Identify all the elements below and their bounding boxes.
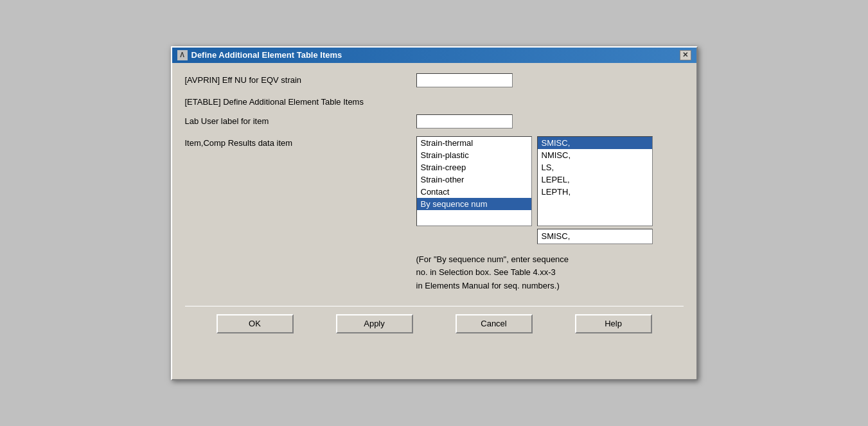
list-item[interactable]: Strain-plastic [417,149,531,161]
avprin-input-col [416,73,684,87]
dialog-title: Define Additional Element Table Items [191,50,342,60]
etable-row: [ETABLE] Define Additional Element Table… [185,95,684,107]
divider [185,306,684,306]
avprin-row: [AVPRIN] Eff NU for EQV strain [185,73,684,87]
info-line-2: no. in Selection box. See Table 4.xx-3 [416,266,684,280]
ok-button[interactable]: OK [217,314,294,333]
list-item[interactable]: LEPEL, [538,173,652,186]
list-item[interactable]: Strain-thermal [417,137,531,149]
help-button[interactable]: Help [575,314,652,333]
left-listbox-wrapper: Strain-thermal Strain-plastic Strain-cre… [416,136,532,226]
list-item[interactable]: Strain-other [417,173,531,186]
list-item[interactable]: LEPTH, [538,186,652,198]
itemcomp-label: Item,Comp Results data item [185,136,416,148]
itemcomp-row: Item,Comp Results data item Strain-therm… [185,136,684,244]
left-listbox[interactable]: Strain-thermal Strain-plastic Strain-cre… [416,136,532,226]
avprin-input[interactable] [416,73,513,87]
right-listbox[interactable]: SMISC, NMISC, LS, LEPEL, LEPTH, [537,136,653,226]
dialog-content: [AVPRIN] Eff NU for EQV strain [ETABLE] … [172,63,696,354]
etable-label: [ETABLE] Define Additional Element Table… [185,95,416,107]
dialog-window: Λ Define Additional Element Table Items … [171,46,698,380]
list-item[interactable]: Strain-creep [417,161,531,173]
lab-input[interactable] [416,114,513,129]
list-item-selected[interactable]: SMISC, [538,137,652,149]
listboxes-container: Strain-thermal Strain-plastic Strain-cre… [416,136,653,244]
info-line-3: in Elements Manual for seq. numbers.) [416,280,684,293]
list-item-selected[interactable]: By sequence num [417,198,531,210]
info-line-1: (For "By sequence num", enter sequence [416,253,684,267]
lab-input-col [416,114,684,129]
title-bar-left: Λ Define Additional Element Table Items [177,50,342,60]
title-bar: Λ Define Additional Element Table Items … [172,48,696,63]
info-text: (For "By sequence num", enter sequence n… [416,253,684,293]
lab-label: Lab User label for item [185,114,416,126]
selected-value-input[interactable] [537,229,653,244]
avprin-label: [AVPRIN] Eff NU for EQV strain [185,73,416,85]
cancel-button[interactable]: Cancel [456,314,533,333]
app-icon: Λ [177,50,188,60]
right-listbox-wrapper: SMISC, NMISC, LS, LEPEL, LEPTH, [537,136,653,244]
close-button[interactable]: ✕ [680,50,691,60]
button-row: OK Apply Cancel Help [185,309,684,344]
list-item[interactable]: LS, [538,161,652,173]
lab-row: Lab User label for item [185,114,684,129]
apply-button[interactable]: Apply [336,314,413,333]
list-item[interactable]: NMISC, [538,149,652,161]
list-item[interactable]: Contact [417,186,531,198]
